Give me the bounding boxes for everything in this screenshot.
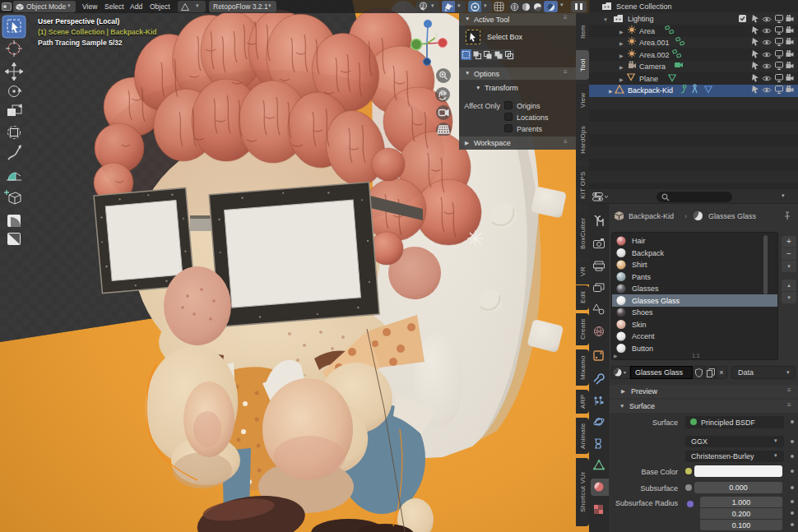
svg-text:▶: ▶ [619, 77, 624, 82]
svg-text:▶: ▶ [619, 65, 624, 70]
svg-text:▶: ▶ [609, 89, 613, 94]
svg-text:Scene Collection: Scene Collection [616, 2, 672, 11]
svg-text:Pants: Pants [632, 273, 652, 281]
svg-text:Area.001: Area.001 [639, 39, 670, 47]
svg-text:Skin: Skin [632, 321, 647, 329]
svg-text:Y: Y [434, 32, 438, 38]
svg-text:▼: ▼ [603, 17, 608, 22]
svg-text:Glasses Glass: Glasses Glass [632, 297, 680, 305]
svg-text:▶: ▶ [619, 53, 624, 58]
svg-text:▶: ▶ [619, 30, 624, 35]
svg-text:1:1: 1:1 [692, 353, 700, 359]
svg-text:Plane: Plane [639, 75, 658, 83]
svg-text:Shirt: Shirt [632, 261, 647, 269]
svg-text:Glasses: Glasses [632, 285, 659, 293]
svg-text:Lighting: Lighting [628, 15, 654, 23]
svg-text:Backpack: Backpack [632, 249, 665, 257]
svg-text:Area: Area [639, 27, 655, 35]
svg-text:Button: Button [632, 345, 653, 353]
svg-text:Accent: Accent [632, 332, 655, 340]
svg-text:Backpack-Kid: Backpack-Kid [628, 86, 673, 95]
svg-text:Camera: Camera [639, 62, 666, 71]
svg-text:Hair: Hair [632, 237, 646, 245]
svg-text:Shoes: Shoes [632, 308, 653, 317]
svg-text:▶: ▶ [619, 41, 624, 46]
svg-text:▶: ▶ [614, 354, 618, 359]
svg-text:Area.002: Area.002 [639, 51, 670, 59]
